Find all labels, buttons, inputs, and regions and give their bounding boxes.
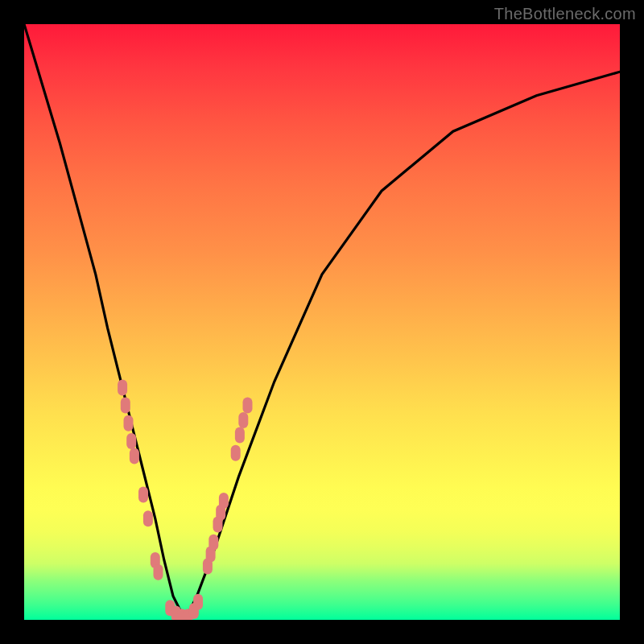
watermark-label: TheBottleneck.com	[494, 5, 636, 23]
marker-point	[124, 415, 134, 431]
marker-point	[143, 510, 153, 526]
marker-point	[121, 398, 130, 414]
chart-frame: TheBottleneck.com	[0, 0, 644, 644]
marker-point	[126, 433, 136, 449]
marker-point	[138, 487, 148, 503]
marker-point	[208, 535, 218, 551]
marker-point	[243, 398, 253, 414]
marker-point	[219, 493, 229, 509]
marker-point	[231, 445, 241, 461]
marker-point	[130, 448, 139, 464]
curve-svg	[24, 24, 620, 620]
marker-point	[118, 379, 127, 395]
marker-point	[154, 564, 163, 580]
marker-point	[193, 594, 203, 610]
marker-point	[235, 427, 245, 444]
plot-area	[24, 24, 620, 620]
marker-point	[238, 412, 248, 428]
bottleneck-curve	[24, 24, 620, 620]
